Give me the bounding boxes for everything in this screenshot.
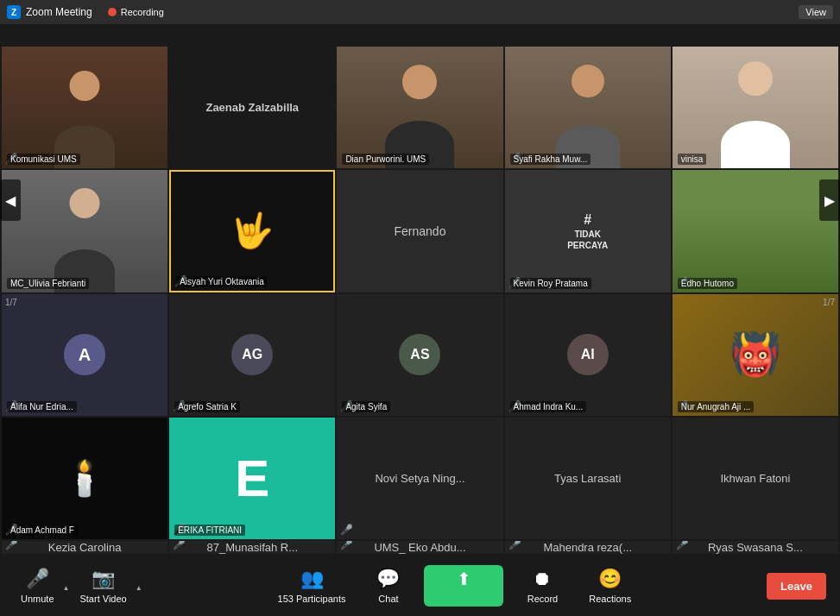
mute-icon: 🎤 — [676, 541, 689, 550]
mute-icon: 🎤 — [340, 524, 353, 536]
participant-cell: 👹 🎤 Nur Anugrah Aji ... 1/7 — [673, 294, 838, 416]
participant-cell: AI 🎤 Ahmad Indra Ku... — [505, 294, 671, 416]
reactions-label: Reactions — [589, 594, 631, 604]
participant-name: Edho Hutomo — [678, 278, 737, 289]
video-arrow[interactable]: ▲ — [136, 584, 142, 592]
participant-cell: Dian Purworini. UMS — [337, 47, 502, 168]
participant-name-large: Kezia Carolina — [48, 541, 122, 554]
participant-cell: Kezia Carolina 🎤 — [2, 541, 167, 554]
participant-cell: Novi Setya Ning... 🎤 — [337, 418, 502, 539]
reactions-icon: 😊 — [598, 568, 622, 590]
participant-name: Agrefo Satria K — [174, 401, 240, 412]
view-button[interactable]: View — [799, 5, 833, 19]
participant-cell: Zaenab Zalzabilla — [169, 47, 335, 168]
participant-cell-active: 🤟 🎤 Aisyah Yuri Oktavania — [169, 170, 335, 292]
share-screen-button[interactable]: ⬆ Share Screen — [424, 565, 502, 607]
mute-icon: 🎤 — [508, 541, 521, 550]
participant-name: Alifa Nur Edria... — [7, 401, 77, 412]
participant-cell: 🎤 Edho Hutomo — [673, 170, 838, 292]
toolbar-center: 👥 153 Participants 💬 Chat ⬆ Share Screen… — [271, 564, 639, 607]
unmute-label: Unmute — [21, 594, 54, 604]
participant-cell: 🕯️ 🎤 Adam Achmad F — [2, 418, 167, 539]
participant-name-large: Ikhwan Fatoni — [720, 472, 790, 485]
unmute-group: 🎤 Unmute ▲ — [14, 564, 69, 607]
record-icon: ⏺ — [533, 568, 552, 590]
participant-cell: # TIDAK PERCAYA 🎤 Kevin Roy Pratama — [505, 170, 671, 292]
unmute-icon: 🎤 — [26, 568, 49, 590]
participant-name-large: Mahendra reza(... — [543, 541, 632, 554]
unmute-button[interactable]: 🎤 Unmute — [14, 564, 61, 607]
title-bar: Z Zoom Meeting Recording View — [0, 0, 840, 24]
record-label: Record — [527, 594, 558, 604]
participant-cell: Tyas Larasati — [505, 418, 671, 539]
participant-name-large: Zaenab Zalzabilla — [205, 101, 299, 114]
nav-left-arrow[interactable]: ◀ — [0, 179, 21, 221]
mute-icon: 🎤 — [340, 541, 353, 550]
start-video-button[interactable]: 📷 Start Video — [73, 564, 133, 607]
participant-name: Nur Anugrah Aji ... — [678, 401, 755, 412]
recording-badge: Recording — [108, 7, 164, 17]
participant-name: Ahmad Indra Ku... — [510, 401, 587, 412]
participant-cell: vinisa — [673, 47, 838, 168]
participant-name-large: UMS_ Eko Abdu... — [374, 541, 465, 554]
participant-name: Syafi Rakha Muw... — [510, 154, 591, 165]
participant-name: Komunikasi UMS — [7, 154, 80, 165]
participant-cell: UMS_ Eko Abdu... 🎤 — [337, 541, 502, 554]
participant-name-large: 87_Munasifah R... — [207, 541, 299, 554]
participant-name: Aisyah Yuri Oktavania — [176, 276, 268, 287]
page-indicator-left: 1/7 — [5, 298, 17, 307]
participant-name: Adam Achmad F — [7, 525, 78, 536]
page-indicator-right: 1/7 — [823, 298, 835, 307]
participants-wrapper: 👥 153 Participants — [271, 564, 353, 607]
chat-button[interactable]: 💬 Chat — [369, 564, 407, 607]
toolbar: 🎤 Unmute ▲ 📷 Start Video ▲ 👥 153 Partici… — [0, 556, 840, 616]
participants-icon: 👥 — [300, 568, 324, 590]
record-button[interactable]: ⏺ Record — [521, 564, 565, 607]
participant-name: Kevin Roy Pratama — [510, 278, 591, 289]
share-screen-label: Share Screen — [434, 593, 492, 603]
recording-label: Recording — [121, 7, 164, 17]
title-icon: Z — [7, 5, 21, 19]
participant-name: ERIKA FITRIANI — [174, 525, 245, 536]
start-video-label: Start Video — [79, 594, 126, 604]
recording-dot — [108, 8, 117, 16]
participant-cell: AG 🎤 Agrefo Satria K — [169, 294, 335, 416]
toolbar-left: 🎤 Unmute ▲ 📷 Start Video ▲ — [14, 564, 142, 607]
participant-cell: AS 🎤 Agita Syifa — [337, 294, 502, 416]
tidak-percaya-avatar: # TIDAK PERCAYA — [505, 170, 671, 292]
participant-name-large: Ryas Swasana S... — [708, 541, 803, 554]
video-grid: 🎤 Komunikasi UMS Zaenab Zalzabilla Dian … — [0, 45, 840, 556]
participant-cell: Fernando — [337, 170, 502, 292]
leave-button[interactable]: Leave — [767, 573, 826, 600]
participant-name-large: Novi Setya Ning... — [375, 472, 464, 485]
participant-cell: Mahendra reza(... 🎤 — [505, 541, 671, 554]
chat-label: Chat — [378, 594, 398, 604]
participant-cell: MC_Ulivia Febrianti — [2, 170, 167, 292]
participants-button[interactable]: 👥 153 Participants — [271, 564, 353, 607]
participant-name: vinisa — [678, 154, 707, 165]
participant-name: Agita Syifa — [342, 401, 390, 412]
participant-cell: 87_Munasifah R... 🎤 — [169, 541, 335, 554]
participant-cell: 🎤 Syafi Rakha Muw... — [505, 47, 671, 168]
participant-cell: 🎤 Komunikasi UMS — [2, 47, 167, 168]
participant-name: MC_Ulivia Febrianti — [7, 278, 89, 289]
participant-cell: E 🎤 ERIKA FITRIANI — [169, 418, 335, 539]
mute-icon: 🎤 — [5, 541, 18, 550]
participant-cell: Ikhwan Fatoni — [673, 418, 838, 539]
participants-label: 153 Participants — [278, 594, 346, 604]
start-video-group: 📷 Start Video ▲ — [73, 564, 142, 607]
toolbar-right: Leave — [767, 573, 826, 600]
nav-right-arrow[interactable]: ▶ — [819, 179, 840, 221]
participant-name-large: Fernando — [395, 224, 446, 238]
participant-name: Dian Purworini. UMS — [342, 154, 429, 165]
share-screen-icon: ⬆ — [457, 569, 471, 589]
reactions-button[interactable]: 😊 Reactions — [582, 564, 638, 607]
mute-icon: 🎤 — [173, 541, 186, 550]
title-text: Zoom Meeting — [26, 6, 92, 18]
unmute-arrow[interactable]: ▲ — [63, 584, 70, 592]
video-icon: 📷 — [92, 568, 115, 590]
participant-name-large: Tyas Larasati — [554, 472, 621, 485]
chat-icon: 💬 — [376, 568, 400, 590]
participant-cell: A 🎤 Alifa Nur Edria... 1/7 — [2, 294, 167, 416]
participant-cell: Ryas Swasana S... 🎤 — [673, 541, 838, 554]
